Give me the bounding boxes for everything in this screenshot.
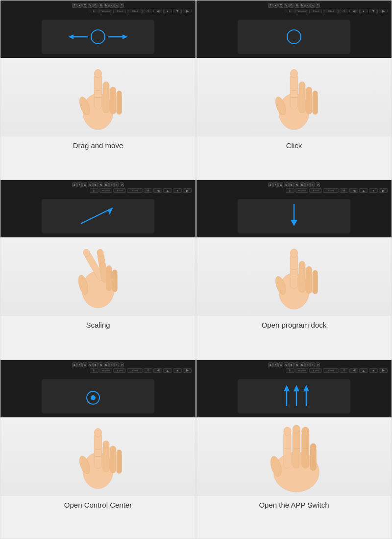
- left-key: ◀: [153, 9, 162, 13]
- svg-rect-77: [284, 431, 292, 468]
- svg-point-50: [306, 266, 312, 273]
- touchpad-scaling-wrapper: [0, 196, 196, 237]
- svg-point-62: [103, 441, 110, 449]
- fn-key: fn: [90, 9, 98, 13]
- hand-control-svg: [69, 418, 127, 494]
- svg-point-78: [284, 427, 292, 436]
- alt-key: alt option: [99, 9, 112, 13]
- cmd-key2: ⌘ cmd: [127, 9, 143, 13]
- svg-point-24: [306, 87, 312, 94]
- svg-rect-49: [306, 270, 312, 293]
- hand-switch-svg: [257, 418, 331, 494]
- svg-line-30: [81, 208, 113, 224]
- drag-label: Drag and move: [73, 141, 123, 150]
- up-key: ▲: [163, 9, 172, 13]
- brightness-key: ☀: [144, 9, 152, 13]
- hand-control: [0, 417, 196, 496]
- down-key: ▼: [173, 9, 182, 13]
- svg-point-48: [299, 261, 306, 269]
- control-label: Open Control Center: [64, 501, 132, 509]
- key-v: V: [88, 3, 93, 8]
- svg-rect-23: [306, 90, 312, 113]
- svg-point-46: [290, 249, 298, 257]
- click-label: Click: [286, 141, 302, 150]
- key-gt: >: [114, 3, 119, 8]
- touchpad-drag-wrapper: [0, 17, 196, 58]
- hand-click: [196, 58, 392, 136]
- svg-rect-65: [117, 453, 122, 474]
- dock-gesture-indicator: [238, 199, 350, 233]
- hand-drag: [0, 58, 196, 136]
- key-c: C: [82, 3, 87, 8]
- cell-program-dock: Z X C V B N M < > ? fn alt option ⌘ cmd …: [196, 180, 392, 359]
- hand-dock-svg: [265, 239, 323, 315]
- keyboard-control: Z X C V B N M < > ? fn alt option ⌘ cmd …: [0, 360, 196, 376]
- svg-point-52: [313, 270, 318, 276]
- touchpad-dock-wrapper: [196, 196, 392, 237]
- svg-point-26: [313, 90, 318, 96]
- svg-point-60: [94, 429, 102, 437]
- touchpad-click-wrapper: [196, 17, 392, 58]
- svg-marker-2: [69, 34, 74, 39]
- hand-drag-svg: [69, 59, 127, 135]
- svg-rect-83: [310, 447, 317, 470]
- svg-point-20: [290, 69, 298, 77]
- touchpad-click: [238, 20, 350, 54]
- svg-rect-45: [290, 253, 298, 289]
- hand-click-svg: [265, 59, 323, 135]
- key-z: Z: [72, 3, 76, 8]
- svg-rect-47: [299, 265, 306, 292]
- svg-marker-71: [284, 385, 290, 391]
- keyboard-dock: Z X C V B N M < > ? fn alt option ⌘ cmd …: [196, 180, 392, 196]
- svg-marker-4: [122, 34, 127, 39]
- svg-rect-39: [112, 272, 117, 291]
- touchpad-control-wrapper: [0, 376, 196, 417]
- key-n: N: [98, 3, 103, 8]
- dock-label: Open program dock: [262, 321, 327, 329]
- cmd-key1: ⌘ cmd: [113, 9, 126, 13]
- svg-point-22: [299, 81, 306, 89]
- control-gesture-indicator: [42, 379, 154, 413]
- touchpad-switch: [238, 379, 350, 413]
- touchpad-drag: [42, 20, 154, 54]
- cell-scaling: Z X C V B N M < > ? fn alt option ⌘ cmd …: [0, 180, 196, 359]
- touchpad-switch-wrapper: [196, 376, 392, 417]
- svg-rect-81: [302, 431, 310, 468]
- cell-control-center: Z X C V B N M < > ? fn alt option ⌘ cmd …: [0, 359, 196, 539]
- touchpad-control: [42, 379, 154, 413]
- svg-point-57: [91, 395, 96, 400]
- svg-marker-31: [108, 208, 113, 215]
- svg-rect-12: [117, 93, 122, 114]
- svg-point-7: [94, 69, 102, 77]
- click-gesture-indicator: [238, 20, 350, 54]
- svg-marker-73: [294, 385, 299, 391]
- key-b: B: [93, 3, 98, 8]
- svg-marker-43: [291, 220, 297, 226]
- svg-rect-61: [103, 444, 110, 472]
- cell-click: Z X C V B N M < > ? fn alt option ⌘ cmd …: [196, 0, 392, 180]
- cell-drag-move: Z X C V B N M < > ? fn alt option ⌘ cmd …: [0, 0, 196, 180]
- svg-point-82: [302, 427, 310, 436]
- key-lt: <: [109, 3, 114, 8]
- svg-rect-79: [293, 429, 300, 468]
- svg-rect-19: [290, 74, 298, 109]
- svg-rect-59: [94, 433, 102, 468]
- hand-dock: [196, 237, 392, 316]
- svg-point-38: [106, 265, 112, 272]
- svg-rect-25: [313, 93, 318, 114]
- switch-label: Open the APP Switch: [259, 501, 329, 509]
- scaling-gesture-indicator: [42, 199, 154, 233]
- key-q: ?: [120, 3, 124, 8]
- keyboard-click: Z X C V B N M < > ? fn alt option ⌘ cmd …: [196, 0, 392, 17]
- keyboard-switch: Z X C V B N M < > ? fn alt option ⌘ cmd …: [196, 360, 392, 376]
- svg-point-9: [103, 81, 110, 89]
- hand-scaling: [0, 237, 196, 316]
- svg-point-0: [91, 30, 105, 44]
- svg-rect-21: [299, 85, 306, 113]
- right-key: ▶: [183, 9, 192, 13]
- key-m: M: [104, 3, 109, 8]
- svg-point-80: [293, 425, 300, 434]
- key-x: X: [77, 3, 82, 8]
- svg-rect-63: [110, 449, 116, 473]
- svg-point-11: [110, 87, 116, 94]
